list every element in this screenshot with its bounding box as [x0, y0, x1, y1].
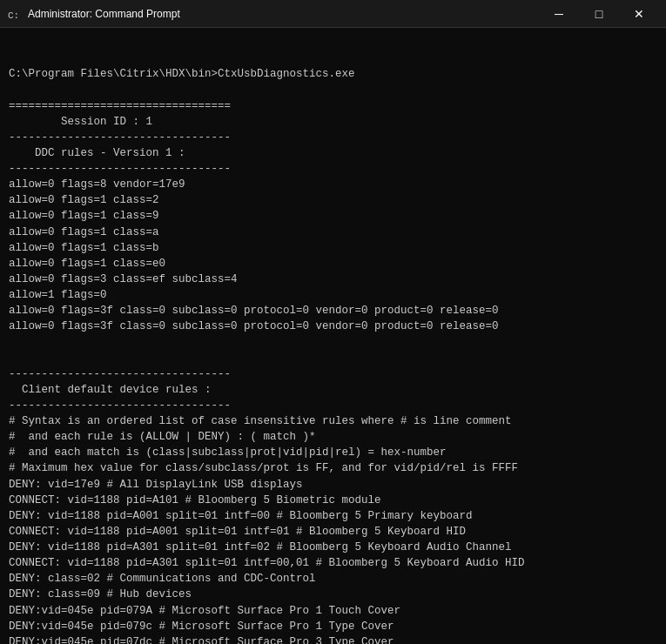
console-line: allow=1 flags=0 [9, 287, 657, 303]
console-line [9, 334, 657, 350]
console-line: CONNECT: vid=1188 pid=A001 split=01 intf… [9, 524, 657, 540]
console-line: # Maximum hex value for class/subclass/p… [9, 460, 657, 476]
console-line: allow=0 flags=8 vendor=17e9 [9, 177, 657, 192]
console-line: ---------------------------------- [9, 130, 657, 145]
window-container: C: Administrator: Command Prompt ─ □ ✕ C… [0, 0, 666, 644]
console-line: allow=0 flags=3f class=0 subclass=0 prot… [9, 303, 657, 319]
console-line: # and each rule is (ALLOW | DENY) : ( ma… [9, 429, 657, 445]
console-line: DENY:vid=045e pid=07dc # Microsoft Surfa… [9, 634, 657, 644]
console-line: allow=0 flags=1 class=9 [9, 208, 657, 224]
title-bar-controls: ─ □ ✕ [539, 0, 659, 28]
title-bar-text: Administrator: Command Prompt [28, 8, 180, 20]
console-line: ---------------------------------- [9, 161, 657, 177]
console-line: CONNECT: vid=1188 pid=A301 split=01 intf… [9, 555, 657, 571]
console-line: ---------------------------------- [9, 398, 657, 413]
console-line: DENY: class=02 # Communications and CDC-… [9, 571, 657, 587]
console-line: ================================== [9, 98, 657, 114]
console-line [9, 82, 657, 97]
console-line: DENY: vid=1188 pid=A301 split=01 intf=02… [9, 540, 657, 555]
svg-text:C:: C: [8, 10, 19, 21]
cmd-icon: C: [7, 7, 21, 21]
close-button[interactable]: ✕ [619, 0, 659, 28]
console-line: # Syntax is an ordered list of case inse… [9, 413, 657, 429]
console-line: allow=0 flags=1 class=b [9, 240, 657, 256]
console-line: DENY: vid=17e9 # All DisplayLink USB dis… [9, 477, 657, 493]
console-line: DENY:vid=045e pid=079c # Microsoft Surfa… [9, 619, 657, 634]
minimize-button[interactable]: ─ [539, 0, 579, 28]
console-line: # and each match is (class|subclass|prot… [9, 445, 657, 460]
console-line: DENY: class=09 # Hub devices [9, 587, 657, 602]
title-bar: C: Administrator: Command Prompt ─ □ ✕ [0, 0, 666, 28]
console-line: Client default device rules : [9, 382, 657, 398]
console-line: allow=0 flags=3f class=0 subclass=0 prot… [9, 319, 657, 334]
console-output: C:\Program Files\Citrix\HDX\bin>CtxUsbDi… [0, 28, 666, 644]
console-line: allow=0 flags=1 class=a [9, 225, 657, 240]
console-line [9, 351, 657, 366]
console-line: DENY: vid=1188 pid=A001 split=01 intf=00… [9, 508, 657, 524]
maximize-button[interactable]: □ [579, 0, 619, 28]
console-line: CONNECT: vid=1188 pid=A101 # Bloomberg 5… [9, 493, 657, 508]
console-line: Session ID : 1 [9, 114, 657, 130]
console-line: allow=0 flags=3 class=ef subclass=4 [9, 272, 657, 287]
console-line: allow=0 flags=1 class=2 [9, 192, 657, 208]
console-line: ---------------------------------- [9, 366, 657, 382]
console-line: allow=0 flags=1 class=e0 [9, 256, 657, 272]
console-line: DENY:vid=045e pid=079A # Microsoft Surfa… [9, 603, 657, 619]
console-line: C:\Program Files\Citrix\HDX\bin>CtxUsbDi… [9, 66, 657, 82]
console-line: DDC rules - Version 1 : [9, 145, 657, 161]
title-bar-left: C: Administrator: Command Prompt [7, 7, 180, 21]
